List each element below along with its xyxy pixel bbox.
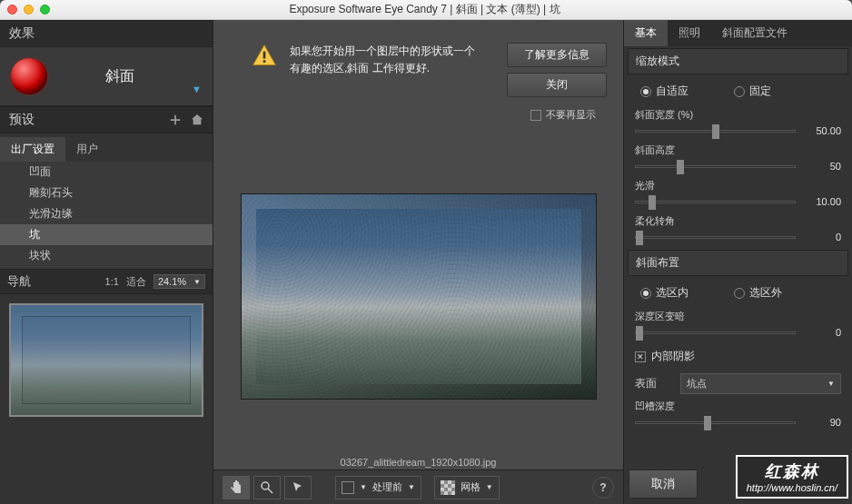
placement-radios: 选区内 选区外: [624, 278, 852, 308]
presets-header: 预设: [0, 106, 213, 133]
radio-icon: [640, 288, 651, 299]
close-alert-button[interactable]: 关闭: [507, 73, 607, 97]
dont-show-row: 不要再显示: [213, 104, 623, 131]
home-icon[interactable]: [191, 114, 203, 126]
dont-show-label: 不要再显示: [546, 108, 596, 122]
help-icon: ?: [599, 481, 606, 494]
zoom-tool-button[interactable]: [253, 476, 281, 499]
darken-label: 深度区变暗: [635, 310, 841, 323]
watermark-text: 红森林: [765, 460, 819, 482]
effect-selector[interactable]: 斜面 ▼: [0, 47, 213, 106]
radio-outside[interactable]: 选区外: [734, 285, 782, 301]
scale-mode-radios: 自适应 固定: [624, 76, 852, 106]
radio-fixed[interactable]: 固定: [734, 84, 771, 99]
checker-icon: [441, 480, 455, 495]
radio-fixed-label: 固定: [749, 84, 771, 99]
bevel-height-slider[interactable]: [635, 165, 796, 168]
effects-header: 效果: [0, 20, 213, 47]
radio-inside[interactable]: 选区内: [640, 285, 689, 301]
square-icon: [342, 481, 354, 494]
tab-lighting[interactable]: 照明: [668, 20, 711, 46]
soften-slider[interactable]: [635, 236, 796, 239]
darken-group: 深度区变暗 0: [624, 308, 852, 343]
smooth-group: 光滑 10.00: [624, 177, 852, 212]
effects-header-label: 效果: [9, 25, 35, 42]
learn-more-button[interactable]: 了解更多信息: [507, 43, 607, 67]
window-title: Exposure Software Eye Candy 7 | 斜面 | 文本 …: [5, 2, 845, 17]
before-after-dropdown[interactable]: ▼ 处理前 ▼: [335, 476, 421, 499]
warning-icon: [252, 43, 277, 68]
smooth-slider[interactable]: [635, 201, 796, 203]
placement-header: 斜面布置: [628, 250, 848, 276]
zoom-value: 24.1%: [158, 276, 186, 287]
tab-user-presets[interactable]: 用户: [65, 137, 109, 162]
bevel-height-value[interactable]: 50: [803, 161, 841, 172]
grid-label: 网格: [461, 480, 480, 494]
darken-slider[interactable]: [635, 331, 796, 334]
right-tabs: 基本 照明 斜面配置文件: [624, 20, 852, 46]
groove-label: 凹槽深度: [635, 400, 841, 413]
surface-select[interactable]: 坑点 ▼: [680, 373, 841, 394]
radio-inside-label: 选区内: [656, 285, 689, 301]
radio-adaptive-label: 自适应: [656, 84, 689, 99]
chevron-down-icon: ▼: [192, 84, 202, 94]
radio-icon: [734, 86, 745, 97]
hand-tool-button[interactable]: [223, 476, 250, 499]
zoom-select[interactable]: 24.1%▼: [154, 274, 205, 289]
groove-value[interactable]: 90: [803, 417, 841, 428]
zoom-1to1-button[interactable]: 1:1: [105, 276, 119, 287]
chevron-down-icon: ▼: [193, 278, 201, 286]
soften-value[interactable]: 0: [803, 232, 841, 242]
preset-item[interactable]: 块状: [0, 245, 213, 266]
dont-show-checkbox[interactable]: [530, 110, 541, 121]
alert-text: 如果您开始用一个图层中的形状或一个有趣的选区,斜面 工作得更好.: [290, 43, 494, 77]
navigator-thumbnail[interactable]: [9, 303, 203, 417]
bevel-width-slider[interactable]: [635, 130, 796, 133]
smooth-label: 光滑: [635, 179, 841, 193]
inner-shadow-checkbox[interactable]: [635, 351, 646, 362]
radio-icon: [640, 86, 651, 97]
presets-header-label: 预设: [9, 112, 35, 128]
tab-profile[interactable]: 斜面配置文件: [711, 20, 798, 46]
svg-rect-0: [263, 52, 266, 59]
add-preset-icon[interactable]: [169, 114, 182, 126]
navigator-title: 导航: [7, 273, 31, 290]
svg-point-2: [262, 482, 269, 489]
chevron-down-icon: ▼: [408, 483, 415, 491]
surface-label: 表面: [635, 376, 671, 391]
smooth-value[interactable]: 10.00: [803, 196, 841, 207]
before-label: 处理前: [372, 480, 402, 494]
preset-item[interactable]: 坑: [0, 224, 213, 245]
pointer-tool-button[interactable]: [284, 476, 312, 499]
grid-dropdown[interactable]: 网格 ▼: [434, 476, 500, 499]
surface-value: 坑点: [687, 377, 707, 390]
alert-banner: 如果您开始用一个图层中的形状或一个有趣的选区,斜面 工作得更好. 了解更多信息 …: [213, 20, 623, 104]
bevel-width-value[interactable]: 50.00: [803, 125, 841, 136]
preset-item[interactable]: 凹面: [0, 162, 213, 183]
cancel-button[interactable]: 取消: [629, 469, 698, 499]
navigator-preview: [0, 294, 213, 504]
watermark-url: http://www.hoslin.cn/: [747, 482, 837, 493]
zoom-fit-button[interactable]: 适合: [126, 275, 146, 289]
chevron-down-icon: ▼: [360, 483, 367, 491]
svg-line-3: [268, 489, 272, 493]
navigator-header: 导航 1:1 适合 24.1%▼: [0, 269, 213, 294]
tab-factory-presets[interactable]: 出厂设置: [0, 137, 65, 162]
groove-slider[interactable]: [635, 421, 796, 424]
bevel-width-group: 斜面宽度 (%) 50.00: [624, 106, 852, 142]
titlebar: Exposure Software Eye Candy 7 | 斜面 | 文本 …: [0, 0, 852, 20]
preset-item[interactable]: 光滑边缘: [0, 203, 213, 224]
radio-outside-label: 选区外: [749, 285, 782, 301]
bevel-height-group: 斜面高度 50: [624, 142, 852, 177]
darken-value[interactable]: 0: [803, 327, 841, 338]
preset-list[interactable]: 凹面 雕刻石头 光滑边缘 坑 块状 拉伸塑料 平的边缘 圆滑的边缘: [0, 162, 213, 269]
effect-name: 斜面: [60, 67, 179, 86]
tab-basic[interactable]: 基本: [624, 20, 668, 46]
help-button[interactable]: ?: [592, 477, 614, 499]
preset-item[interactable]: 雕刻石头: [0, 183, 213, 203]
right-panel: 基本 照明 斜面配置文件 缩放模式 自适应 固定 斜面宽度 (%) 50.00 …: [623, 20, 852, 504]
radio-adaptive[interactable]: 自适应: [640, 84, 689, 99]
preview-image[interactable]: [242, 194, 596, 399]
preset-tabs: 出厂设置 用户: [0, 133, 213, 162]
radio-icon: [734, 288, 745, 299]
